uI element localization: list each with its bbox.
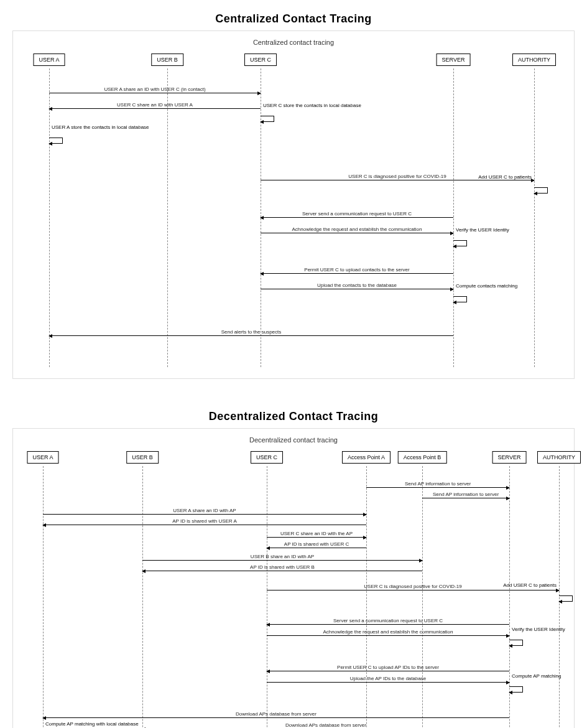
message-label: Achnowledge the request and establish th…: [323, 629, 453, 635]
message-label: USER C is diagnosed positive for COVID-1…: [348, 174, 446, 179]
message-1: USER C share an ID with USER A: [49, 100, 261, 109]
arrow-icon: [266, 670, 270, 673]
message-7: Achnowledge the request and establish th…: [261, 225, 453, 233]
arrow-icon: [260, 216, 264, 220]
message-9: Permit USER C to upload contacts to the …: [261, 265, 453, 274]
arrow-icon: [257, 91, 261, 95]
arrow-icon: [506, 497, 510, 500]
participant-auth: AUTHORITY: [537, 451, 581, 464]
message-17: Download APs database from server: [142, 721, 509, 728]
message-label: Send alerts to the suspects: [221, 329, 282, 335]
message-label: USER A share an ID with AP: [173, 508, 236, 513]
message-0: Send AP information to server: [366, 479, 509, 488]
message-label: USER C share an ID with the AP: [280, 531, 353, 536]
participant-c: USER C: [244, 54, 277, 66]
canvas-decentralized: USER AUSER BUSER CAccess Point AAccess P…: [18, 451, 569, 728]
arrow-icon: [260, 120, 264, 124]
message-13: Permit USER C to upload AP IDs to the se…: [267, 663, 509, 671]
arrow-icon: [450, 231, 454, 235]
lifeline-apa: [366, 466, 367, 728]
message-label: Permit USER C to upload contacts to the …: [304, 267, 409, 273]
message-14: Upload the AP IDs to the database: [267, 674, 509, 683]
selfcall-label: Compute contacts matching: [456, 283, 517, 289]
message-3: AP ID is shared with USER A: [43, 516, 366, 525]
message-label: Download APs database from server: [236, 711, 317, 717]
participant-c: USER C: [251, 451, 283, 464]
arrow-icon: [556, 589, 560, 592]
selfcall-label: Add USER C to patients: [503, 582, 557, 588]
arrow-icon: [266, 546, 270, 550]
message-5: AP ID is shared with USER C: [267, 539, 366, 548]
selfcall-label: Verify the USER Identity: [456, 227, 509, 233]
selfcall-label: Compute AP matching with local database: [45, 721, 139, 727]
arrow-icon: [534, 192, 537, 195]
participant-s: SERVER: [437, 54, 471, 66]
selfcall-label: Add USER C to patients: [478, 174, 532, 180]
message-0: USER A share an ID with USER C (in conta…: [49, 85, 261, 93]
message-label: USER C is diagnosed positive for COVID-1…: [364, 584, 461, 589]
arrow-icon: [509, 644, 512, 648]
participant-b: USER B: [126, 451, 159, 464]
message-4: USER C share an ID with the AP: [267, 529, 366, 538]
arrow-icon: [453, 245, 456, 248]
arrow-icon: [42, 716, 46, 720]
lifeline-apb: [422, 466, 423, 728]
message-10: Server send a communication request to U…: [267, 616, 509, 625]
message-label: Download APs database from server: [285, 722, 366, 728]
arrow-icon: [260, 272, 264, 276]
message-6: Server send a communication request to U…: [261, 209, 453, 218]
message-label: Send AP information to server: [405, 481, 471, 487]
participant-apa: Access Point A: [342, 451, 391, 464]
message-label: Server send a communication request to U…: [302, 211, 412, 217]
lifeline-b: [167, 68, 168, 367]
selfcall-label: Compute AP matching: [512, 673, 561, 679]
lifeline-auth: [534, 68, 535, 367]
arrow-icon: [49, 334, 52, 338]
arrow-icon: [506, 681, 510, 684]
arrow-icon: [453, 301, 456, 304]
message-10: Upload the contacts to the database: [261, 281, 453, 289]
participant-a: USER A: [27, 451, 58, 464]
selfcall-label: Verify the USER Identity: [512, 627, 565, 632]
participant-b: USER B: [151, 54, 183, 66]
canvas-centralized: USER AUSER BUSER CSERVERAUTHORITYUSER A …: [18, 54, 569, 371]
message-label: USER B share an ID with AP: [251, 554, 314, 559]
arrow-icon: [558, 600, 562, 604]
selfcall-label: USER C store the contacts in local datab…: [263, 103, 361, 108]
arrow-icon: [509, 691, 512, 694]
section2-title: Decentralized Contact Tracing: [0, 398, 587, 428]
participant-a: USER A: [33, 54, 65, 66]
message-label: Achnowledge the request and establish th…: [292, 226, 422, 232]
message-11: Achnowledge the request and establish th…: [267, 627, 509, 636]
message-label: Send AP information to server: [433, 492, 499, 497]
message-label: USER A share an ID with USER C (in conta…: [104, 86, 205, 92]
message-1: Send AP information to server: [422, 490, 509, 498]
message-7: AP ID is shared with USER B: [142, 562, 422, 571]
message-2: USER A share an ID with AP: [43, 506, 366, 515]
message-label: Server send a communication request to U…: [333, 618, 443, 623]
lifeline-s: [453, 68, 454, 367]
message-label: Upload the AP IDs to the database: [350, 676, 427, 681]
arrow-icon: [49, 107, 52, 111]
diagram1-subtitle: Centralized contact tracing: [18, 39, 569, 46]
section1-title: Centralized Contact Tracing: [0, 0, 587, 30]
message-label: AP ID is shared with USER A: [172, 518, 236, 524]
message-label: AP ID is shared with USER C: [284, 541, 349, 547]
message-12: Send alerts to the suspects: [49, 327, 453, 336]
diagram-centralized: Centralized contact tracing USER AUSER B…: [12, 30, 575, 379]
arrow-icon: [266, 623, 270, 627]
arrow-icon: [142, 569, 146, 573]
message-label: Upload the contacts to the database: [317, 282, 397, 288]
message-6: USER B share an ID with AP: [142, 552, 422, 561]
diagram2-subtitle: Decentralized contact tracing: [18, 436, 569, 444]
arrow-icon: [506, 634, 510, 638]
arrow-icon: [49, 142, 52, 146]
diagram-decentralized: Decentralized contact tracing USER AUSER…: [12, 428, 575, 728]
message-label: USER C share an ID with USER A: [117, 102, 193, 108]
participant-apb: Access Point B: [398, 451, 447, 464]
participant-s: SERVER: [492, 451, 527, 464]
message-label: AP ID is shared with USER B: [250, 564, 315, 570]
arrow-icon: [42, 523, 46, 527]
participant-auth: AUTHORITY: [512, 54, 556, 66]
message-16: Download APs database from server: [43, 709, 509, 718]
